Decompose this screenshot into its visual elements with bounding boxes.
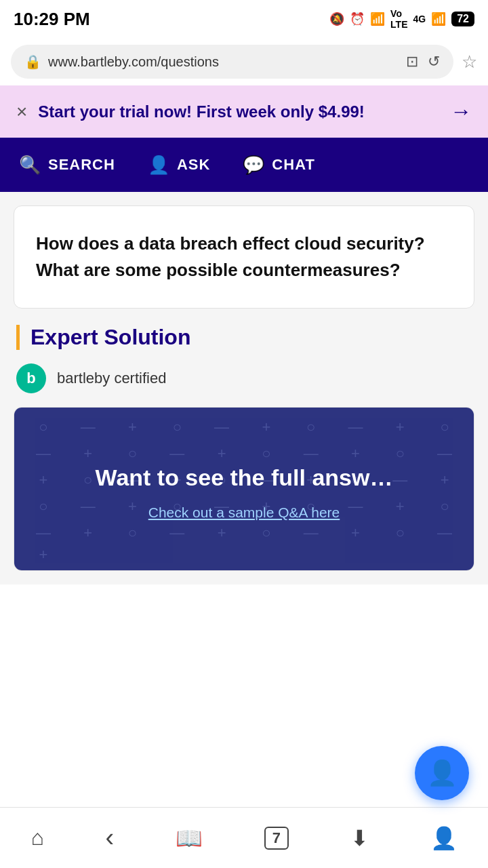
url-actions: ⊡ ↺: [406, 53, 440, 71]
nav-chat-label: CHAT: [272, 156, 314, 174]
bottom-profile-button[interactable]: 👤: [430, 825, 458, 851]
status-time: 10:29 PM: [14, 9, 90, 30]
status-icons: 🔕 ⏰ 📶 VoLTE 4G 📶 72: [329, 8, 474, 30]
lock-icon: 🔒: [24, 54, 41, 70]
nav-search[interactable]: 🔍 SEARCH: [14, 155, 131, 176]
question-card: How does a data breach effect cloud secu…: [14, 205, 474, 309]
bottom-home-button[interactable]: ⌂: [30, 825, 43, 850]
volte-icon: VoLTE: [390, 8, 407, 30]
signal-icon: 📶: [370, 12, 385, 26]
mute-icon: 🔕: [329, 12, 344, 26]
home-icon: ⌂: [30, 825, 43, 850]
bottom-nav: ⌂ ‹ 📖 7 ⬇ 👤: [0, 807, 488, 868]
search-icon: 🔍: [19, 155, 41, 176]
4g-icon: 4G: [413, 14, 426, 24]
bottom-download-button[interactable]: ⬇: [350, 825, 369, 851]
download-icon: ⬇: [350, 825, 369, 851]
nav-ask[interactable]: 👤 ASK: [131, 155, 226, 176]
book-icon: 📖: [176, 825, 203, 851]
profile-icon: 👤: [430, 825, 458, 851]
answer-blur-text: Want to see the full answ…: [96, 465, 393, 491]
nav-ask-label: ASK: [177, 156, 210, 174]
reload-icon[interactable]: ↺: [428, 53, 440, 71]
ask-icon: 👤: [148, 155, 170, 176]
expert-title: Expert Solution: [16, 325, 472, 350]
nav-chat[interactable]: 💬 CHAT: [226, 155, 331, 176]
url-text: www.bartleby.com/questions: [48, 54, 399, 70]
bookmark-icon[interactable]: ☆: [462, 52, 477, 73]
reader-mode-icon[interactable]: ⊡: [406, 53, 418, 71]
chat-fab-button[interactable]: 👤: [415, 746, 469, 800]
promo-close-button[interactable]: ×: [16, 101, 27, 123]
nav-search-label: SEARCH: [48, 156, 115, 174]
certified-text: bartleby certified: [57, 370, 166, 387]
url-bar[interactable]: 🔒 www.bartleby.com/questions ⊡ ↺: [11, 45, 453, 79]
nav-bar: 🔍 SEARCH 👤 ASK 💬 CHAT: [0, 138, 488, 192]
sample-qa-link[interactable]: Check out a sample Q&A here: [148, 505, 340, 521]
chat-icon: 💬: [243, 155, 265, 176]
bottom-tabs-button[interactable]: 7: [264, 827, 289, 850]
back-icon: ‹: [106, 823, 115, 852]
promo-arrow-button[interactable]: →: [450, 99, 472, 124]
answer-card: ○—+○—+○—+○—+○—+○—+○—+○—+○—+○—+○—+○—+○—+○…: [14, 407, 474, 571]
bottom-back-button[interactable]: ‹: [106, 823, 115, 852]
bottom-book-button[interactable]: 📖: [176, 825, 203, 851]
certified-badge: b: [16, 363, 46, 393]
promo-text: Start your trial now! First week only $4…: [38, 100, 450, 123]
chat-fab-icon: 👤: [427, 759, 458, 787]
signal2-icon: 📶: [431, 12, 446, 26]
browser-bar: 🔒 www.bartleby.com/questions ⊡ ↺ ☆: [0, 38, 488, 85]
question-text: How does a data breach effect cloud secu…: [36, 231, 452, 283]
tabs-count: 7: [264, 827, 289, 850]
promo-banner: × Start your trial now! First week only …: [0, 85, 488, 138]
answer-blur-area: ○—+○—+○—+○—+○—+○—+○—+○—+○—+○—+○—+○—+○—+○…: [14, 408, 474, 570]
alarm-icon: ⏰: [350, 12, 365, 26]
certified-row: b bartleby certified: [16, 363, 472, 393]
main-content: How does a data breach effect cloud secu…: [0, 192, 488, 585]
expert-section: Expert Solution b bartleby certified: [14, 325, 474, 393]
status-bar: 10:29 PM 🔕 ⏰ 📶 VoLTE 4G 📶 72: [0, 0, 488, 38]
battery-badge: 72: [451, 12, 474, 26]
